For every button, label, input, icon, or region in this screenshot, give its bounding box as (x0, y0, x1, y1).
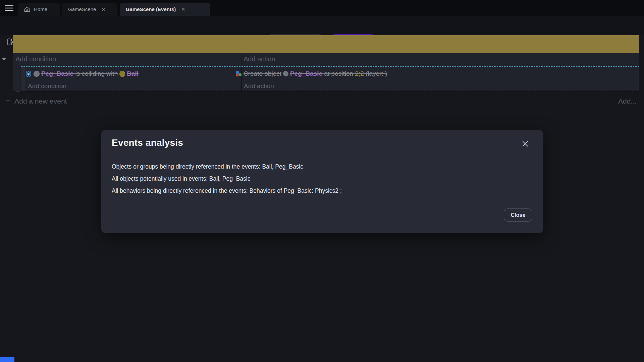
main-toolbar: Preview Publish (0, 16, 644, 35)
add-new-event-button[interactable]: Add a new event (14, 97, 67, 105)
condition-row[interactable]: Peg_Basic is colliding with Ball (25, 67, 139, 81)
tree-line (16, 91, 20, 92)
tab-gamescene[interactable]: GameScene ✕ (62, 3, 117, 16)
add-action-button[interactable]: Add action (244, 82, 274, 90)
condition-text: Peg_Basic is colliding with (41, 70, 118, 77)
peg-basic-object-icon (34, 71, 40, 77)
analysis-line: All objects potentially used in events: … (112, 173, 342, 185)
ball-object-icon (119, 71, 125, 77)
create-object-icon (236, 71, 242, 77)
home-icon (24, 6, 31, 13)
comment-event-bar[interactable] (13, 35, 639, 53)
add-action-button[interactable]: Add action (244, 55, 275, 63)
bottom-status-bar (0, 357, 14, 362)
dialog-body: Objects or groups being directly referen… (112, 161, 342, 197)
tree-line (6, 63, 6, 101)
add-more-button[interactable]: Add... (618, 97, 637, 105)
close-tab-icon[interactable]: ✕ (181, 7, 185, 12)
events-analysis-dialog: Events analysis Objects or groups being … (101, 130, 543, 233)
tree-line (6, 38, 6, 56)
add-condition-button[interactable]: Add condition (15, 55, 56, 63)
close-tab-icon[interactable]: ✕ (101, 7, 105, 12)
tab-gamescene-events[interactable]: GameScene (Events) ✕ (120, 3, 210, 16)
analysis-line: Objects or groups being directly referen… (112, 161, 342, 173)
analysis-line: All behaviors being directly referenced … (112, 185, 342, 197)
condition-object2: Ball (127, 70, 139, 77)
tab-label: GameScene (Events) (126, 6, 176, 12)
physics-behavior-icon (25, 70, 32, 77)
collapse-event-icon[interactable] (2, 58, 6, 60)
add-condition-button[interactable]: Add condition (28, 82, 66, 90)
tab-label: Home (34, 6, 47, 12)
action-text: Create object (244, 70, 281, 77)
dialog-close-icon[interactable] (522, 140, 529, 147)
event-block: Add condition Add action Peg_Basic is co… (13, 53, 639, 91)
peg-basic-object-icon (283, 71, 288, 76)
tab-home[interactable]: Home (18, 3, 60, 16)
tree-line (6, 100, 10, 101)
tab-bar: Home GameScene ✕ GameScene (Events) ✕ (0, 0, 644, 16)
dialog-title: Events analysis (112, 137, 183, 148)
action-row[interactable]: Create object Peg_Basic at position 2;2 … (236, 67, 387, 81)
menu-icon[interactable] (5, 5, 13, 11)
action-text: Peg_Basic at position 2;2 (layer: ) (290, 70, 387, 77)
close-button[interactable]: Close (504, 208, 532, 222)
selected-sub-event[interactable]: Peg_Basic is colliding with Ball Add con… (21, 66, 639, 91)
tab-label: GameScene (68, 6, 96, 12)
sub-event-grip[interactable] (21, 67, 25, 91)
event-main-row: Add condition Add action (13, 53, 639, 66)
